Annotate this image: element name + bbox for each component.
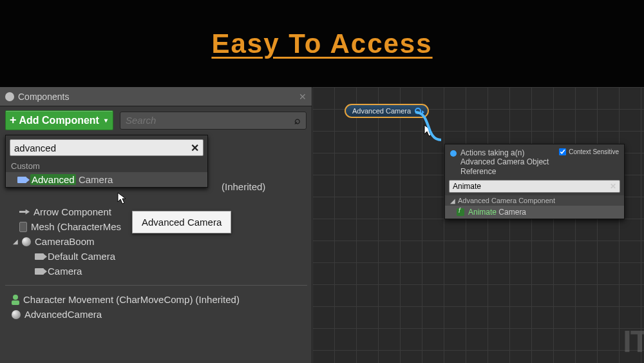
watermark: IT: [623, 324, 644, 359]
dropdown-section-header: Custom: [6, 160, 207, 172]
context-category-label: Advanced Camera Component: [458, 197, 555, 204]
context-item-rest: Camera: [497, 208, 526, 217]
tree-row-camera-boom[interactable]: ◢ CameraBoom: [0, 234, 312, 249]
context-sensitive-label: Context Sensitive: [569, 148, 619, 155]
promo-title: Easy To Access: [211, 28, 432, 59]
arrow-icon: [19, 210, 30, 215]
result-highlight: Advanced: [30, 174, 76, 185]
components-tab-icon: [5, 92, 14, 101]
context-category[interactable]: ◢ Advanced Camera Component: [445, 195, 624, 206]
node-label: Advanced Camera: [352, 107, 411, 115]
component-icon: [12, 310, 21, 319]
context-search-box[interactable]: ✕: [449, 180, 620, 193]
promo-header: Easy To Access: [0, 0, 644, 87]
context-menu-header: Actions taking a(n) Advanced Camera Obje…: [445, 144, 624, 180]
components-tab[interactable]: Components ✕: [0, 87, 312, 106]
blueprint-wire: [415, 108, 441, 144]
context-search-input[interactable]: [453, 182, 610, 191]
tree-row-advanced-camera[interactable]: AdvancedCamera: [0, 307, 312, 322]
context-sensitive-toggle[interactable]: Context Sensitive: [559, 148, 619, 155]
tree-row-camera[interactable]: Camera: [0, 264, 312, 279]
camera-icon: [17, 177, 26, 183]
function-icon: [457, 208, 464, 216]
components-search-input[interactable]: [126, 115, 294, 126]
row-label: Camera: [48, 266, 82, 277]
row-label: Default Camera: [48, 251, 115, 262]
tooltip-advanced-camera: Advanced Camera: [132, 211, 231, 233]
close-icon[interactable]: ✕: [299, 92, 307, 102]
search-icon[interactable]: ⌕: [294, 115, 301, 126]
dropdown-item-advanced-camera[interactable]: Advanced Camera: [6, 172, 207, 187]
row-label: Arrow Component: [33, 206, 111, 217]
context-sensitive-checkbox[interactable]: [559, 148, 566, 155]
clear-icon[interactable]: ✕: [191, 142, 199, 154]
components-toolbar: + Add Component ▾ ⌕: [0, 106, 312, 137]
blueprint-graph[interactable]: Advanced Camera Actions taking a(n) Adva…: [312, 87, 644, 363]
components-tab-label: Components: [18, 92, 69, 102]
plus-icon: +: [10, 113, 17, 127]
row-label: Mesh (CharacterMes: [31, 221, 121, 232]
clear-icon[interactable]: ✕: [610, 182, 616, 191]
context-item-animate-camera[interactable]: Animate Camera: [445, 206, 624, 219]
add-component-dropdown[interactable]: ✕ Custom Advanced Camera: [5, 135, 208, 188]
pin-type-icon: [450, 150, 457, 157]
dropdown-search-input[interactable]: [14, 142, 191, 153]
chevron-down-icon[interactable]: ◢: [13, 238, 18, 245]
spring-arm-icon: [22, 237, 31, 246]
skeletal-mesh-icon: [19, 222, 27, 232]
mouse-cursor-icon: [117, 192, 126, 205]
chevron-down-icon: ▾: [104, 117, 108, 124]
separator: [5, 285, 307, 286]
add-component-button[interactable]: + Add Component ▾: [5, 110, 113, 130]
row-label: AdvancedCamera: [24, 309, 102, 320]
dropdown-search-box[interactable]: ✕: [10, 139, 204, 156]
camera-icon: [35, 253, 44, 260]
tree-row-default-camera[interactable]: Default Camera: [0, 249, 312, 264]
character-movement-icon: [12, 295, 19, 305]
chevron-down-icon: ◢: [450, 197, 455, 204]
components-search-box[interactable]: ⌕: [120, 112, 307, 130]
result-rest: Camera: [76, 174, 113, 185]
context-menu-title: Actions taking a(n) Advanced Camera Obje…: [460, 148, 555, 176]
unreal-editor-area: Advanced Camera Actions taking a(n) Adva…: [0, 87, 644, 363]
add-component-label: Add Component: [19, 115, 99, 126]
blueprint-context-menu[interactable]: Actions taking a(n) Advanced Camera Obje…: [444, 144, 625, 219]
row-label: Character Movement (CharMoveComp) (Inher…: [23, 294, 240, 305]
context-item-highlight: Animate: [468, 208, 497, 217]
tree-row-character-movement[interactable]: Character Movement (CharMoveComp) (Inher…: [0, 292, 312, 307]
inherited-label: (Inherited): [222, 181, 265, 192]
camera-icon: [35, 268, 44, 275]
components-panel: Components ✕ + Add Component ▾ ⌕ Arrow C…: [0, 87, 312, 363]
row-label: CameraBoom: [35, 236, 95, 247]
